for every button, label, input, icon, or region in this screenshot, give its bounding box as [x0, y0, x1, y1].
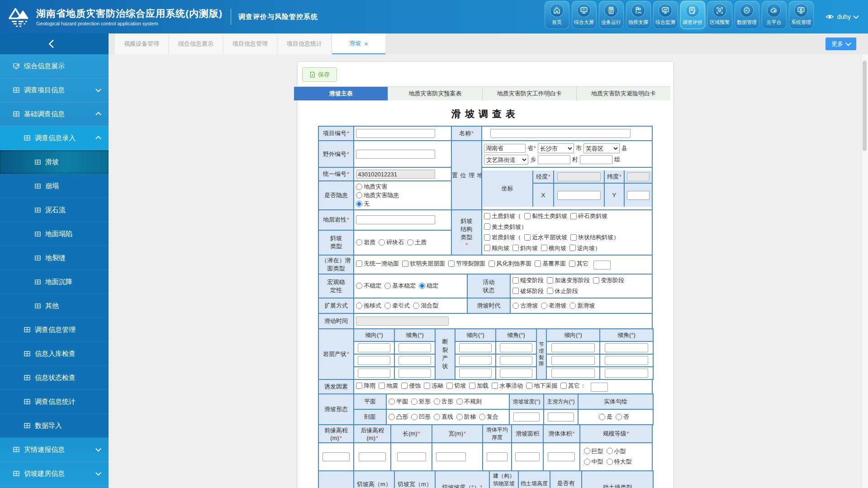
slip-surface-option-1[interactable]: 软弱夹层层面	[402, 260, 445, 268]
joint-dir-input-1[interactable]	[551, 343, 595, 352]
profile-option-3[interactable]: 阶梯	[456, 413, 476, 421]
latitude-input[interactable]	[627, 172, 650, 181]
nav-bigscreen[interactable]: 综合大屏	[572, 1, 597, 29]
scale-option-0[interactable]: 巨型	[584, 446, 603, 456]
sidebar-item-disaster-report-info[interactable]: 灾情速报信息	[0, 438, 109, 462]
slope-struct-option-1[interactable]: 黏性土类斜坡	[524, 211, 567, 221]
group-input[interactable]	[580, 155, 612, 164]
sidebar-item-basic-survey-info[interactable]: 基础调查信息	[0, 102, 109, 126]
slope-type-option-2[interactable]: 土质	[407, 238, 427, 246]
slip-surface-other-input[interactable]	[593, 261, 611, 270]
area-input[interactable]	[515, 452, 540, 461]
width-input[interactable]	[436, 452, 466, 461]
plan-option-1[interactable]: 矩形	[411, 398, 431, 406]
main-slide-direction-input[interactable]	[548, 412, 574, 422]
front-elevation-input[interactable]	[323, 452, 350, 461]
fault-angle-input-1[interactable]	[500, 343, 532, 352]
user-menu[interactable]: duhy	[825, 13, 858, 20]
scrollbar-thumb[interactable]	[863, 61, 867, 151]
stability-option-2[interactable]: 稳定	[419, 282, 438, 290]
sidebar-item-data-import[interactable]: 数据导入	[0, 414, 109, 438]
rear-elevation-input[interactable]	[359, 452, 386, 461]
slip-surface-option-5[interactable]: 其它	[569, 260, 588, 268]
form-tab-avoidance-card[interactable]: 地质灾害防灾避险明白卡	[577, 87, 670, 100]
sidebar-item-rockfall[interactable]: 崩塌	[0, 174, 109, 198]
era-option-2[interactable]: 新滑坡	[569, 302, 595, 310]
plan-option-0[interactable]: 半圆	[389, 398, 408, 406]
stability-option-1[interactable]: 基本稳定	[384, 282, 416, 290]
sidebar-item-other[interactable]: 其他	[0, 294, 109, 318]
trigger-option-3[interactable]: 冻融	[424, 382, 443, 390]
unified-no-input[interactable]	[356, 170, 435, 179]
slide-time-input[interactable]	[356, 317, 449, 326]
city-select[interactable]: 长沙市	[538, 143, 574, 153]
lithology-input[interactable]	[356, 215, 435, 224]
sidebar-item-comprehensive-info-display[interactable]: 综合信息展示	[0, 54, 109, 78]
slip-surface-option-3[interactable]: 风化剥蚀界面	[489, 260, 531, 268]
slope-struct-option-2[interactable]: 块状结构斜坡）	[570, 232, 619, 242]
sidebar-item-survey-info-mgmt[interactable]: 调查信息管理	[0, 318, 109, 342]
sidebar-item-survey-info-entry[interactable]: 调查信息录入	[0, 126, 109, 150]
joint-dir-input-2[interactable]	[551, 356, 595, 365]
avg-thickness-input[interactable]	[487, 452, 508, 461]
slope-struct-option-1[interactable]: 近水平层状坡	[524, 232, 567, 242]
sidebar-item-survey-info-stats[interactable]: 调查信息统计	[0, 390, 109, 414]
project-no-input[interactable]	[356, 129, 435, 138]
field-no-input[interactable]	[356, 150, 435, 159]
trigger-option-1[interactable]: 地震	[379, 382, 398, 390]
trigger-other-input[interactable]	[591, 383, 608, 392]
sidebar-item-survey-project-info[interactable]: 调查项目信息	[0, 78, 109, 102]
sidebar-item-info-status-check[interactable]: 信息状态检查	[0, 366, 109, 390]
nav-system[interactable]: 系统管理	[789, 1, 814, 29]
town-select[interactable]: 文艺路街道	[484, 155, 528, 165]
fault-dir-input-2[interactable]	[459, 356, 492, 365]
joint-angle-input-2[interactable]	[605, 356, 648, 365]
plan-option-2[interactable]: 舌形	[434, 398, 453, 406]
trigger-option-5[interactable]: 加载	[469, 382, 489, 390]
slope-struct-option-2[interactable]: 碎石类斜坡	[570, 211, 607, 221]
expansion-option-2[interactable]: 混合型	[413, 302, 438, 310]
form-tab-work-card[interactable]: 地质灾害防灾工作明白卡	[483, 87, 577, 100]
strata-angle-input-1[interactable]	[398, 343, 431, 352]
tab-video-device-mgmt[interactable]: 视频设备管理	[115, 33, 168, 54]
profile-option-0[interactable]: 凸形	[389, 413, 408, 421]
strata-dir-input-1[interactable]	[358, 343, 390, 352]
joint-angle-input-3[interactable]	[605, 369, 648, 378]
scale-option-2[interactable]: 中型	[584, 457, 603, 466]
sidebar-item-cut-slope-housing-info[interactable]: 切坡建房信息	[0, 462, 109, 486]
trigger-option-2[interactable]: 侵蚀	[401, 382, 421, 390]
fault-dir-input-3[interactable]	[459, 369, 492, 378]
slip-surface-option-4[interactable]: 基覆界面	[535, 260, 566, 268]
y-coordinate-input[interactable]	[627, 191, 650, 200]
sidebar-collapse-button[interactable]	[0, 33, 109, 54]
fault-dir-input-1[interactable]	[459, 343, 492, 352]
expansion-option-0[interactable]: 推移式	[356, 302, 381, 310]
sidebar-item-debris-flow[interactable]: 泥石流	[0, 198, 109, 222]
slope-degree-input[interactable]	[513, 412, 540, 422]
save-button[interactable]: 保存	[302, 67, 337, 82]
slope-type-option-0[interactable]: 岩质	[356, 238, 375, 246]
sidebar-item-ground-subsidence[interactable]: 地面沉降	[0, 270, 109, 294]
name-input[interactable]	[490, 129, 631, 138]
nav-data[interactable]: 数据管理	[735, 1, 759, 29]
plan-option-3[interactable]: 不规则	[456, 398, 482, 406]
vertical-scrollbar[interactable]	[861, 54, 868, 488]
joint-dir-input-3[interactable]	[551, 369, 595, 378]
slope-struct-option-1[interactable]: 斜向坡	[512, 243, 538, 253]
tab-project-info-stats[interactable]: 项目信息统计	[278, 33, 331, 54]
profile-option-2[interactable]: 直线	[434, 413, 453, 421]
slip-surface-option-2[interactable]: 节理裂隙面	[448, 260, 485, 268]
strata-angle-input-3[interactable]	[398, 369, 431, 378]
form-tab-landslide-main[interactable]: 滑坡主表	[294, 87, 388, 100]
activity-option-1[interactable]: 加速变形阶段	[547, 275, 590, 285]
slope-struct-option-0[interactable]: 土质斜坡（	[484, 211, 521, 221]
tab-project-info-mgmt[interactable]: 项目信息管理	[223, 33, 277, 54]
expansion-option-1[interactable]: 牵引式	[384, 302, 410, 310]
era-option-0[interactable]: 古滑坡	[512, 302, 538, 310]
slope-struct-option-3[interactable]: 黄土类斜坡）	[484, 222, 527, 232]
sidebar-item-info-storage-check[interactable]: 信息入库检查	[0, 342, 109, 366]
fault-angle-input-3[interactable]	[500, 369, 532, 378]
slope-type-option-1[interactable]: 碎块石	[379, 238, 404, 246]
trigger-option-4[interactable]: 切坡	[446, 382, 466, 390]
tab-landslide[interactable]: 滑坡 ×	[332, 33, 385, 54]
